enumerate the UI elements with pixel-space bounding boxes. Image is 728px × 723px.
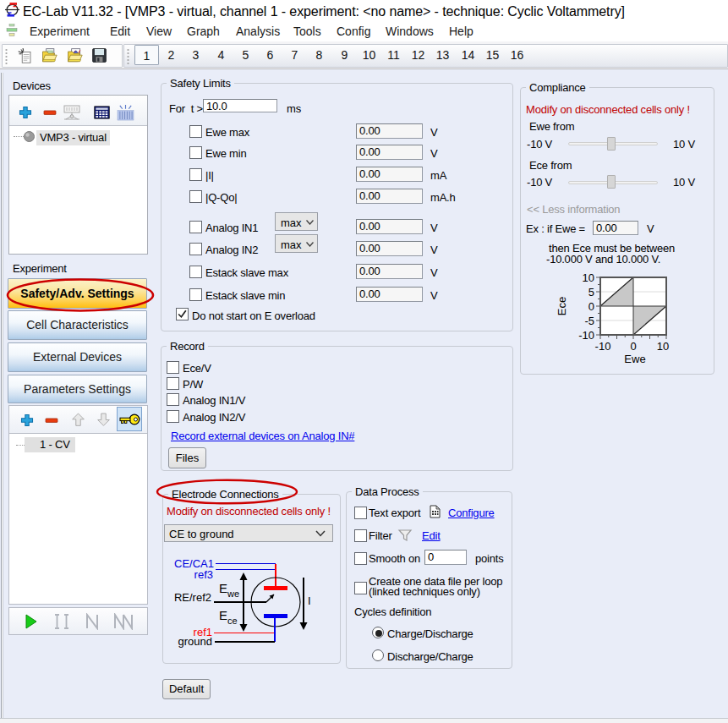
svg-text:0: 0 <box>588 300 594 313</box>
svg-text:Ewe: Ewe <box>624 353 645 365</box>
svg-text:ref3: ref3 <box>194 568 213 581</box>
svg-text:10: 10 <box>657 340 669 353</box>
svg-text:RE/ref2: RE/ref2 <box>174 591 211 604</box>
svg-text:-5: -5 <box>584 315 594 327</box>
svg-text:Ece: Ece <box>556 297 568 315</box>
svg-text:we: we <box>227 589 239 599</box>
svg-text:E: E <box>219 608 227 622</box>
svg-text:0: 0 <box>630 340 636 353</box>
svg-text:-10: -10 <box>595 340 611 353</box>
svg-text:-10: -10 <box>578 329 594 342</box>
svg-text:E: E <box>219 581 227 595</box>
svg-text:ground: ground <box>178 635 212 648</box>
svg-text:ce: ce <box>227 616 238 626</box>
svg-text:10: 10 <box>583 271 594 284</box>
svg-text:5: 5 <box>588 286 594 299</box>
svg-text:I: I <box>308 594 311 607</box>
